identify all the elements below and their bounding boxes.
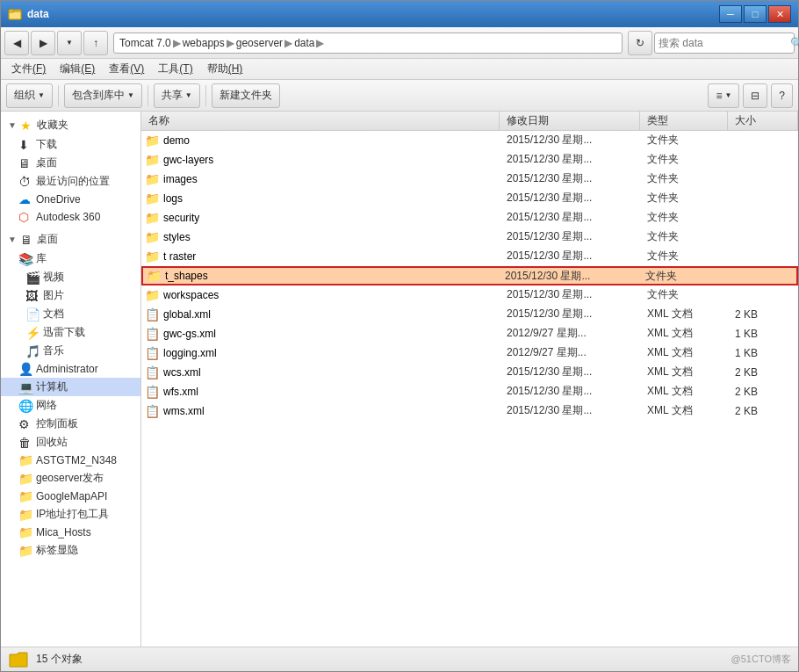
col-header-type[interactable]: 类型 <box>640 112 728 130</box>
folder-icon: 📁 <box>145 211 160 225</box>
breadcrumb-item[interactable]: geoserver <box>236 37 283 49</box>
menu-edit[interactable]: 编辑(E) <box>53 60 102 78</box>
menu-tools[interactable]: 工具(T) <box>151 60 199 78</box>
table-row[interactable]: 📋 global.xml 2015/12/30 星期... XML 文档 2 K… <box>141 305 798 324</box>
sidebar-item-desktop[interactable]: 🖥 桌面 <box>1 154 140 172</box>
sidebar-item-video[interactable]: 🎬 视频 <box>1 268 140 286</box>
up-button[interactable]: ↑ <box>83 31 108 55</box>
sidebar-desktop-header[interactable]: ▼ 🖥 桌面 <box>1 229 140 249</box>
table-row[interactable]: 📋 gwc-gs.xml 2012/9/27 星期... XML 文档 1 KB <box>141 324 798 343</box>
sidebar-item-label-toggle[interactable]: 📁 标签显隐 <box>1 541 140 560</box>
sidebar-item-astgtm[interactable]: 📁 ASTGTM2_N348 <box>1 452 140 469</box>
table-row[interactable]: 📋 wfs.xml 2015/12/30 星期... XML 文档 2 KB <box>141 382 798 401</box>
search-input[interactable] <box>659 37 790 49</box>
breadcrumb-item[interactable]: webapps <box>183 37 225 49</box>
col-header-name[interactable]: 名称 <box>141 112 500 130</box>
sidebar-item-label: 库 <box>36 251 47 266</box>
menu-file[interactable]: 文件(F) <box>4 60 53 78</box>
table-row[interactable]: 📋 wms.xml 2015/12/30 星期... XML 文档 2 KB <box>141 401 798 421</box>
include-library-button[interactable]: 包含到库中 ▼ <box>64 83 142 108</box>
toolbar: 组织 ▼ 包含到库中 ▼ 共享 ▼ 新建文件夹 ≡ ▼ ⊟ ? <box>1 80 798 112</box>
sidebar-item-label: 迅雷下载 <box>43 325 85 340</box>
xml-icon: 📋 <box>145 404 160 418</box>
breadcrumb-item[interactable]: Tomcat 7.0 <box>119 37 171 49</box>
desktop-section-icon: 🖥 <box>19 233 33 247</box>
col-header-date[interactable]: 修改日期 <box>500 112 640 130</box>
sidebar-item-mica-hosts[interactable]: 📁 Mica_Hosts <box>1 524 140 541</box>
sidebar-item-network[interactable]: 🌐 网络 <box>1 396 140 415</box>
breadcrumb[interactable]: Tomcat 7.0 ▶ webapps ▶ geoserver ▶ data … <box>113 33 623 54</box>
maximize-button[interactable]: □ <box>744 5 767 23</box>
sidebar-item-onedrive[interactable]: ☁ OneDrive <box>1 191 140 208</box>
sidebar-item-autodesk[interactable]: ⬡ Autodesk 360 <box>1 208 140 226</box>
refresh-button[interactable]: ↻ <box>628 31 652 55</box>
table-row[interactable]: 📋 wcs.xml 2015/12/30 星期... XML 文档 2 KB <box>141 363 798 382</box>
sidebar-item-thunder[interactable]: ⚡ 迅雷下载 <box>1 323 140 342</box>
toolbar-separator <box>58 85 59 106</box>
sidebar-item-recycle[interactable]: 🗑 回收站 <box>1 433 140 452</box>
table-row[interactable]: 📁 demo 2015/12/30 星期... 文件夹 <box>141 131 798 150</box>
minimize-button[interactable]: ─ <box>719 5 742 23</box>
new-folder-button[interactable]: 新建文件夹 <box>212 83 280 108</box>
view-icon: ≡ <box>716 90 722 102</box>
user-icon: 👤 <box>18 362 32 376</box>
sidebar-item-library[interactable]: 📚 库 <box>1 249 140 268</box>
file-type: 文件夹 <box>640 229 728 244</box>
file-date: 2012/9/27 星期... <box>500 326 640 341</box>
sidebar-item-googlemapapi[interactable]: 📁 GoogleMapAPI <box>1 488 140 505</box>
svg-rect-2 <box>9 10 14 12</box>
sidebar-item-downloads[interactable]: ⬇ 下载 <box>1 135 140 154</box>
help-button[interactable]: ? <box>771 83 793 108</box>
forward-button[interactable]: ▶ <box>31 31 55 55</box>
search-icon[interactable]: 🔍 <box>790 37 799 49</box>
forward-icon: ▶ <box>40 37 47 49</box>
pane-button[interactable]: ⊟ <box>743 83 767 108</box>
folder-icon: 📁 <box>18 453 32 467</box>
organize-button[interactable]: 组织 ▼ <box>6 83 53 108</box>
table-row[interactable]: 📁 logs 2015/12/30 星期... 文件夹 <box>141 189 798 208</box>
table-row[interactable]: 📁 gwc-layers 2015/12/30 星期... 文件夹 <box>141 150 798 170</box>
table-row[interactable]: 📁 t raster 2015/12/30 星期... 文件夹 <box>141 247 798 266</box>
table-row[interactable]: 📁 styles 2015/12/30 星期... 文件夹 <box>141 228 798 247</box>
back-button[interactable]: ◀ <box>4 31 29 55</box>
sidebar-item-geoserver[interactable]: 📁 geoserver发布 <box>1 469 140 488</box>
menu-view[interactable]: 查看(V) <box>102 60 151 78</box>
table-row[interactable]: 📁 images 2015/12/30 星期... 文件夹 <box>141 170 798 189</box>
library-icon: 📚 <box>18 252 32 266</box>
sidebar-item-ip-tool[interactable]: 📁 IP地址打包工具 <box>1 505 140 524</box>
sidebar-item-pictures[interactable]: 🖼 图片 <box>1 286 140 305</box>
table-row[interactable]: 📋 logging.xml 2012/9/27 星期... XML 文档 1 K… <box>141 343 798 363</box>
close-button[interactable]: ✕ <box>768 5 791 23</box>
file-date: 2015/12/30 星期... <box>500 365 640 379</box>
table-row[interactable]: 📁 workspaces 2015/12/30 星期... 文件夹 <box>141 285 798 305</box>
file-type: XML 文档 <box>640 326 728 341</box>
file-name: wcs.xml <box>163 366 201 379</box>
sidebar-favorites-header[interactable]: ▼ ★ 收藏夹 <box>1 115 140 135</box>
sidebar-item-control-panel[interactable]: ⚙ 控制面板 <box>1 415 140 433</box>
toolbar-separator <box>148 85 148 106</box>
file-type: 文件夹 <box>640 191 728 206</box>
breadcrumb-item[interactable]: data <box>294 37 314 49</box>
sidebar-item-music[interactable]: 🎵 音乐 <box>1 342 140 360</box>
folder-icon: 📁 <box>145 249 160 264</box>
folder-icon: 📁 <box>145 153 160 167</box>
titlebar: data ─ □ ✕ <box>1 1 798 27</box>
sidebar-item-label: 音乐 <box>43 343 64 358</box>
menu-help[interactable]: 帮助(H) <box>200 60 250 78</box>
sidebar-item-label: 控制面板 <box>36 416 78 431</box>
file-date: 2015/12/30 星期... <box>500 384 640 399</box>
sidebar-item-computer[interactable]: 💻 计算机 <box>1 378 140 396</box>
table-row[interactable]: 📁 security 2015/12/30 星期... 文件夹 <box>141 208 798 228</box>
recent-locations-button[interactable]: ▼ <box>57 31 82 55</box>
navbar: ◀ ▶ ▼ ↑ Tomcat 7.0 ▶ webapps ▶ geoserver… <box>1 27 798 59</box>
sidebar-item-administrator[interactable]: 👤 Administrator <box>1 360 140 378</box>
share-button[interactable]: 共享 ▼ <box>154 83 200 108</box>
sidebar-item-label: 最近访问的位置 <box>36 174 110 189</box>
view-options-button[interactable]: ≡ ▼ <box>708 83 739 108</box>
col-header-size[interactable]: 大小 <box>728 112 798 130</box>
sidebar-item-recent[interactable]: ⏱ 最近访问的位置 <box>1 172 140 191</box>
table-row-selected[interactable]: 📁 t_shapes 2015/12/30 星期... 文件夹 <box>141 266 798 285</box>
breadcrumb-sep: ▶ <box>316 37 324 49</box>
sidebar-item-documents[interactable]: 📄 文档 <box>1 305 140 323</box>
sidebar-desktop-label: 桌面 <box>37 232 58 247</box>
